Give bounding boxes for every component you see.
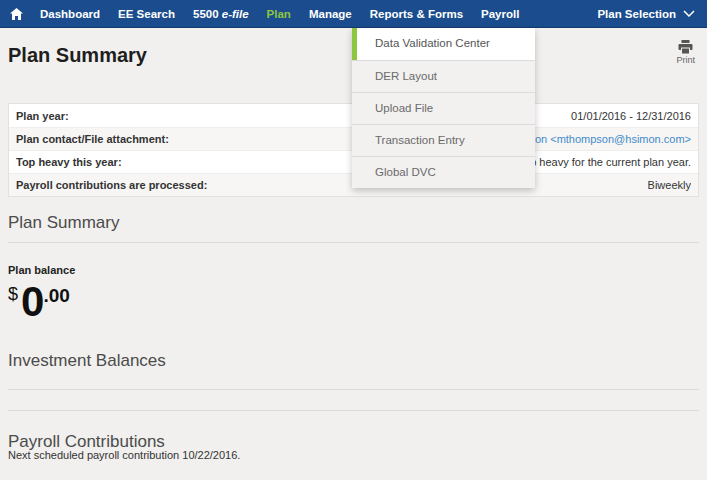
row-value: Biweekly	[648, 179, 691, 191]
print-icon	[678, 40, 693, 54]
divider	[8, 389, 699, 390]
nav-item-dashboard[interactable]: Dashboard	[31, 0, 109, 28]
nav-item-reports-forms[interactable]: Reports & Forms	[361, 0, 472, 28]
top-nav: Dashboard EE Search 5500 e-file Plan Man…	[0, 0, 707, 28]
nav-item-manage[interactable]: Manage	[300, 0, 361, 28]
row-label: Payroll contributions are processed:	[16, 179, 207, 191]
divider	[8, 410, 699, 411]
plan-balance-label: Plan balance	[8, 264, 75, 276]
section-heading-investment-balances: Investment Balances	[8, 351, 166, 371]
chevron-down-icon	[683, 10, 695, 17]
print-label: Print	[676, 55, 695, 65]
plan-selection-label: Plan Selection	[597, 8, 676, 20]
row-label: Plan contact/File attachment:	[16, 133, 169, 145]
divider	[8, 242, 699, 243]
section-heading-plan-summary: Plan Summary	[8, 213, 119, 233]
row-label: Top heavy this year:	[16, 156, 122, 168]
page-title: Plan Summary	[8, 44, 147, 67]
menu-item-data-validation-center[interactable]: Data Validation Center	[352, 28, 535, 60]
print-button[interactable]: Print	[676, 40, 695, 65]
next-payroll-contribution-note: Next scheduled payroll contribution 10/2…	[8, 449, 240, 461]
menu-item-transaction-entry[interactable]: Transaction Entry	[352, 124, 535, 156]
nav-item-plan[interactable]: Plan	[258, 0, 300, 28]
menu-item-global-dvc[interactable]: Global DVC	[352, 156, 535, 188]
home-icon	[10, 8, 23, 20]
row-value: 01/01/2016 - 12/31/2016	[571, 110, 691, 122]
currency-symbol: $	[8, 282, 18, 305]
row-label: Plan year:	[16, 110, 69, 122]
payroll-menu: Data Validation Center DER Layout Upload…	[352, 28, 535, 188]
amount-whole: 0	[21, 282, 43, 322]
plan-selection-dropdown-trigger[interactable]: Plan Selection	[597, 8, 707, 20]
nav-item-ee-search[interactable]: EE Search	[109, 0, 184, 28]
nav-item-payroll[interactable]: Payroll	[472, 0, 528, 28]
plan-balance-amount: $ 0 .00	[8, 282, 70, 322]
menu-item-der-layout[interactable]: DER Layout	[352, 60, 535, 92]
home-button[interactable]	[0, 8, 31, 20]
menu-item-upload-file[interactable]: Upload File	[352, 92, 535, 124]
amount-cents: .00	[43, 282, 69, 307]
nav-item-5500-efile[interactable]: 5500 e-file	[184, 0, 258, 28]
